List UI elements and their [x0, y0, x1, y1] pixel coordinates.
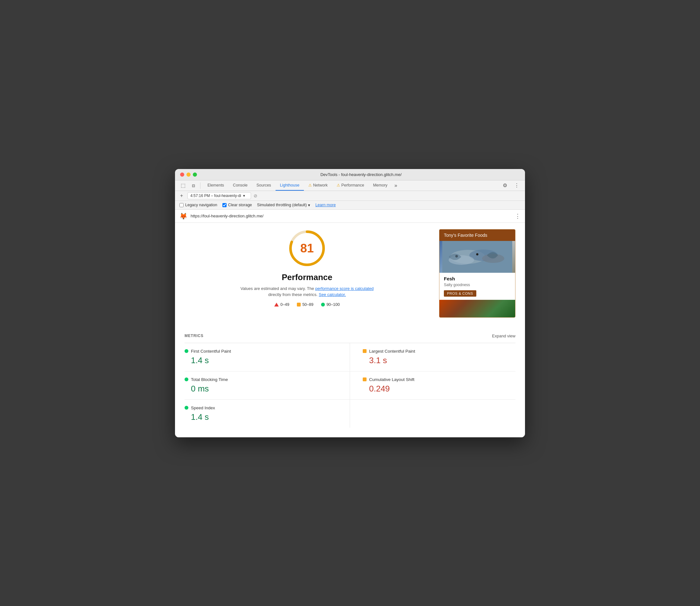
score-section: 81 Performance Values are estimated and … [185, 229, 430, 307]
metric-tbt-name: Total Blocking Time [191, 377, 228, 382]
metrics-label: METRICS [185, 333, 203, 338]
more-tabs-button[interactable]: » [392, 181, 400, 190]
metric-tbt: Total Blocking Time 0 ms [185, 371, 350, 400]
clear-storage-option[interactable]: Clear storage [222, 203, 252, 207]
devtools-window: DevTools - foul-heavenly-direction.glitc… [175, 169, 525, 437]
score-title: Performance [282, 273, 333, 282]
traffic-lights [180, 172, 197, 177]
metric-green-dot [185, 349, 188, 353]
score-description: Values are estimated and may vary. The p… [240, 285, 374, 298]
legend-average: 50–89 [297, 302, 313, 307]
tab-network[interactable]: ⚠ Network [304, 181, 332, 191]
url-combo[interactable]: 4:57:16 PM – foul-heavenly-di ▾ [187, 192, 251, 199]
legend-pass: 90–100 [321, 302, 340, 307]
metric-si-name: Speed Index [191, 405, 215, 410]
window-title: DevTools - foul-heavenly-direction.glitc… [202, 172, 520, 177]
maximize-button[interactable] [193, 172, 197, 177]
url-display-row: 🦊 https://foul-heavenly-direction.glitch… [175, 210, 525, 223]
fish-svg [439, 241, 515, 273]
tab-console[interactable]: Console [228, 181, 252, 191]
throttle-select: Simulated throttling (default) ▾ [257, 203, 310, 208]
metrics-header: METRICS Expand view [185, 327, 515, 343]
metric-lcp: Largest Contentful Paint 3.1 s [350, 343, 515, 371]
metric-cls: Cumulative Layout Shift 0.249 [350, 371, 515, 400]
metric-orange-dot [363, 377, 366, 381]
warning-icon: ⚠ [337, 183, 340, 187]
preview-body: Fesh Salty goodness PROS & CONS [439, 273, 515, 300]
score-panel: 81 Performance Values are estimated and … [185, 229, 430, 318]
options-row: Legacy navigation Clear storage Simulate… [175, 201, 525, 210]
urlbar-row: + 4:57:16 PM – foul-heavenly-di ▾ ⊘ [175, 191, 525, 201]
tab-lighthouse[interactable]: Lighthouse [275, 181, 304, 191]
fail-icon [274, 303, 279, 306]
pros-cons-button[interactable]: PROS & CONS [444, 290, 476, 297]
current-url: https://foul-heavenly-direction.glitch.m… [191, 214, 512, 218]
preview-card: Tony's Favorite Foods [439, 229, 515, 318]
gear-area: ⚙ ⋮ [500, 181, 522, 190]
gear-icon[interactable]: ⚙ [500, 181, 510, 190]
toolbar: ⬚ ⧈ Elements Console Sources Lighthouse … [175, 181, 525, 191]
metric-cls-value: 0.249 [363, 384, 515, 394]
close-button[interactable] [180, 172, 184, 177]
legend-fail: 0–49 [274, 302, 289, 307]
pass-icon [321, 303, 325, 306]
legacy-navigation-option[interactable]: Legacy navigation [179, 203, 217, 207]
metric-fcp-value: 1.4 s [185, 355, 337, 365]
more-actions-icon[interactable]: ⋮ [515, 213, 521, 219]
food-desc: Salty goodness [444, 283, 511, 287]
website-preview: Tony's Favorite Foods [439, 229, 515, 318]
no-throttle-icon: ⊘ [254, 193, 258, 198]
titlebar: DevTools - foul-heavenly-direction.glitc… [175, 169, 525, 181]
url-value: 4:57:16 PM – foul-heavenly-di [190, 193, 241, 198]
metric-si-value: 1.4 s [185, 412, 337, 422]
clear-storage-checkbox[interactable] [222, 203, 226, 207]
metric-cls-name: Cumulative Layout Shift [369, 377, 415, 382]
more-options-icon[interactable]: ⋮ [512, 181, 522, 190]
food-name: Fesh [444, 276, 511, 281]
perf-score-link[interactable]: performance score is calculated [315, 286, 374, 291]
tab-elements[interactable]: Elements [203, 181, 228, 191]
preview-footer-image [439, 300, 515, 317]
inspect-icon[interactable]: ⬚ [178, 181, 188, 190]
metric-placeholder [350, 400, 515, 428]
metric-lcp-value: 3.1 s [363, 355, 515, 365]
device-toggle-icon[interactable]: ⧈ [189, 181, 198, 190]
metric-si: Speed Index 1.4 s [185, 400, 350, 428]
metrics-grid: First Contentful Paint 1.4 s Largest Con… [185, 343, 515, 428]
lighthouse-logo: 🦊 [179, 212, 187, 220]
metric-orange-dot [363, 349, 366, 353]
main-content: 81 Performance Values are estimated and … [175, 223, 525, 327]
average-icon [297, 303, 301, 306]
metric-fcp: First Contentful Paint 1.4 s [185, 343, 350, 371]
legend: 0–49 50–89 90–100 [274, 302, 339, 307]
tab-sources[interactable]: Sources [252, 181, 275, 191]
metric-fcp-name: First Contentful Paint [191, 349, 231, 354]
minimize-button[interactable] [187, 172, 191, 177]
tab-performance[interactable]: ⚠ Performance [332, 181, 369, 191]
svg-point-8 [476, 253, 479, 255]
expand-view-button[interactable]: Expand view [492, 333, 515, 338]
metric-lcp-name: Largest Contentful Paint [369, 349, 415, 354]
tab-memory[interactable]: Memory [368, 181, 392, 191]
score-circle: 81 [288, 229, 326, 267]
metric-tbt-value: 0 ms [185, 384, 337, 394]
metric-green-dot [185, 406, 188, 410]
learn-more-link[interactable]: Learn more [315, 203, 336, 207]
preview-fish-image [439, 241, 515, 273]
metrics-section: METRICS Expand view First Contentful Pai… [175, 327, 525, 437]
preview-header: Tony's Favorite Foods [439, 230, 515, 241]
legacy-navigation-checkbox[interactable] [179, 203, 184, 207]
warning-icon: ⚠ [308, 183, 312, 187]
tabs-bar: Elements Console Sources Lighthouse ⚠ Ne… [203, 181, 499, 191]
run-audit-button[interactable]: + [178, 192, 185, 199]
divider [200, 182, 200, 189]
score-value: 81 [300, 241, 314, 255]
calculator-link[interactable]: See calculator. [319, 292, 346, 297]
metric-green-dot [185, 377, 188, 381]
